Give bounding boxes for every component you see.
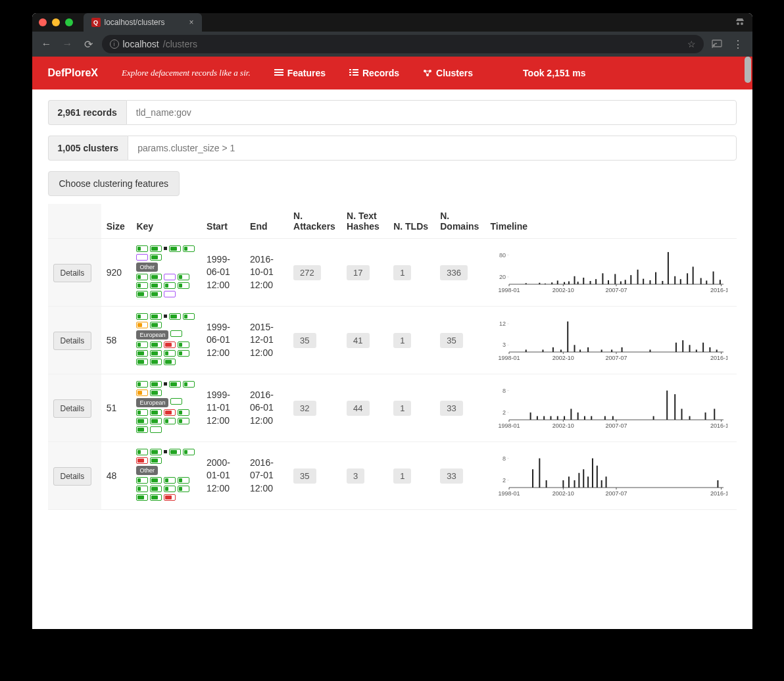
svg-rect-106 <box>652 416 654 420</box>
col-n-attackers: N. Attackers <box>288 204 341 239</box>
bookmark-star-icon[interactable]: ☆ <box>687 39 696 49</box>
details-button[interactable]: Details <box>53 332 92 350</box>
svg-rect-72 <box>621 347 622 351</box>
svg-rect-41 <box>674 276 675 284</box>
svg-text:2007-07: 2007-07 <box>605 287 627 293</box>
key-pill <box>136 341 148 348</box>
records-query-input[interactable] <box>126 100 737 125</box>
table-row: Details51European1999-11-01 12:002016-06… <box>48 374 737 442</box>
key-pill <box>169 381 181 388</box>
nav-features[interactable]: Features <box>274 68 326 78</box>
site-info-icon[interactable]: i <box>110 39 119 49</box>
clusters-query-input[interactable] <box>128 136 736 161</box>
address-bar[interactable]: i localhost/clusters ☆ <box>102 35 704 53</box>
svg-rect-108 <box>674 394 675 420</box>
key-pill <box>169 245 181 252</box>
key-pill <box>178 274 189 280</box>
svg-rect-77 <box>695 349 697 352</box>
cell-key: Other <box>131 442 201 510</box>
browser-tab[interactable]: Q localhost/clusters × <box>84 13 202 32</box>
svg-rect-111 <box>704 412 706 419</box>
svg-text:3: 3 <box>502 341 506 348</box>
key-pill <box>150 350 162 357</box>
col-size: Size <box>101 204 132 239</box>
nav-records[interactable]: Records <box>349 68 399 78</box>
cell-n-tlds: 1 <box>388 442 435 510</box>
svg-rect-27 <box>589 281 591 284</box>
svg-rect-133 <box>583 469 584 488</box>
window-maximize-button[interactable] <box>65 18 73 26</box>
key-pill-row: Other <box>136 263 196 272</box>
key-pill <box>170 330 182 337</box>
key-pill-row <box>136 486 196 492</box>
key-pill <box>178 477 189 484</box>
cell-n-domains: 33 <box>435 374 485 442</box>
key-pill-row <box>136 381 196 388</box>
key-pill <box>136 381 148 388</box>
forward-button[interactable]: → <box>60 36 76 52</box>
cast-icon[interactable] <box>709 36 725 52</box>
key-pill <box>178 418 189 424</box>
details-button[interactable]: Details <box>53 467 92 486</box>
key-pill-row <box>136 449 196 455</box>
back-button[interactable]: ← <box>39 36 55 52</box>
svg-rect-32 <box>620 281 621 284</box>
svg-rect-73 <box>649 349 650 352</box>
nav-clusters[interactable]: Clusters <box>423 68 473 78</box>
svg-rect-31 <box>614 274 616 284</box>
svg-rect-135 <box>591 458 593 487</box>
window-minimize-button[interactable] <box>52 18 60 26</box>
svg-rect-42 <box>679 279 681 284</box>
key-pill <box>136 274 148 280</box>
svg-rect-78 <box>702 342 704 351</box>
svg-rect-30 <box>608 280 609 284</box>
choose-features-button[interactable]: Choose clustering features <box>48 171 180 196</box>
cell-start: 2000-01-01 12:00 <box>201 442 245 510</box>
window-close-button[interactable] <box>39 18 47 26</box>
key-category-label: European <box>136 330 168 340</box>
cell-n-tlds: 1 <box>388 239 435 307</box>
details-button[interactable]: Details <box>53 399 92 418</box>
cell-n-attackers: 35 <box>288 307 341 374</box>
browser-menu-icon[interactable]: ⋮ <box>730 36 746 52</box>
tab-close-icon[interactable]: × <box>189 18 193 27</box>
cell-n-attackers: 32 <box>288 374 341 442</box>
svg-rect-39 <box>662 281 663 284</box>
svg-rect-130 <box>568 476 569 488</box>
reload-button[interactable]: ⟳ <box>81 36 97 52</box>
url-path: /clusters <box>163 39 197 49</box>
svg-text:20: 20 <box>499 273 506 280</box>
cell-n-domains: 33 <box>435 442 485 510</box>
details-button[interactable]: Details <box>53 264 92 282</box>
svg-rect-109 <box>681 409 682 420</box>
key-pill <box>136 245 148 252</box>
key-pill <box>164 486 176 492</box>
key-pill-row <box>136 274 196 280</box>
clusters-count-label: 1,005 clusters <box>48 136 128 161</box>
key-pill <box>164 409 176 416</box>
key-pill <box>164 477 176 484</box>
svg-rect-68 <box>579 349 581 352</box>
timeline-chart: 281998-012002-102007-072016-10 <box>491 384 727 430</box>
page-scrollbar[interactable] <box>745 57 751 629</box>
key-pill-row: European <box>136 398 196 407</box>
brand-logo[interactable]: DefPloreX <box>48 67 98 79</box>
svg-rect-99 <box>564 416 565 420</box>
svg-rect-37 <box>649 280 650 284</box>
cell-n-tlds: 1 <box>388 374 435 442</box>
svg-rect-66 <box>567 321 568 351</box>
svg-rect-62 <box>525 349 526 352</box>
key-pill <box>150 245 162 252</box>
key-pill <box>150 381 162 388</box>
svg-rect-46 <box>706 280 707 284</box>
key-pill <box>183 449 195 455</box>
col-details <box>48 204 101 239</box>
svg-text:1998-01: 1998-01 <box>498 355 520 361</box>
svg-rect-76 <box>689 345 690 352</box>
key-pill-row <box>136 282 196 289</box>
key-pill-row <box>136 245 196 252</box>
key-pill <box>150 254 162 261</box>
key-pill <box>164 291 176 297</box>
cell-n-text-hashes: 44 <box>341 374 388 442</box>
col-end: End <box>245 204 288 239</box>
